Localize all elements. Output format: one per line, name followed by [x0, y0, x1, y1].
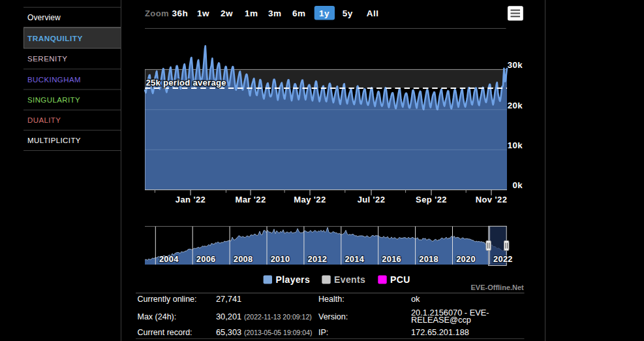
svg-text:2018: 2018	[419, 254, 438, 264]
svg-text:2004: 2004	[159, 254, 179, 264]
svg-text:Version:: Version:	[318, 312, 348, 321]
svg-text:25k period average: 25k period average	[146, 78, 226, 88]
svg-text:Overview: Overview	[27, 13, 61, 22]
svg-text:172.65.201.188: 172.65.201.188	[411, 327, 469, 337]
svg-text:PCU: PCU	[390, 274, 410, 285]
svg-text:Jan '22: Jan '22	[176, 195, 206, 204]
svg-text:10k: 10k	[508, 140, 523, 150]
svg-text:SINGULARITY: SINGULARITY	[27, 96, 80, 104]
svg-text:2008: 2008	[234, 254, 253, 264]
svg-text:Health:: Health:	[318, 295, 345, 304]
svg-text:5y: 5y	[343, 8, 353, 18]
svg-text:1m: 1m	[245, 8, 258, 18]
svg-text:Max (24h):: Max (24h):	[138, 312, 177, 321]
svg-text:1y: 1y	[319, 8, 330, 18]
svg-text:20k: 20k	[508, 101, 523, 110]
svg-text:2020: 2020	[456, 254, 476, 264]
svg-text:2006: 2006	[196, 254, 216, 264]
svg-text:DUALITY: DUALITY	[27, 116, 61, 124]
svg-text:30k: 30k	[508, 60, 523, 70]
svg-text:6m: 6m	[292, 8, 306, 18]
svg-text:2016: 2016	[382, 254, 401, 264]
svg-text:2010: 2010	[271, 254, 290, 264]
svg-text:Mar '22: Mar '22	[235, 195, 266, 204]
svg-text:Sep '22: Sep '22	[416, 195, 447, 204]
svg-text:Events: Events	[334, 274, 365, 285]
svg-text:2022: 2022	[493, 254, 513, 264]
svg-text:1w: 1w	[197, 8, 209, 18]
svg-text:Jul '22: Jul '22	[358, 195, 386, 204]
svg-text:2014: 2014	[345, 254, 364, 264]
svg-text:0k: 0k	[513, 180, 523, 190]
svg-text:27,741: 27,741	[216, 294, 241, 304]
svg-text:Players: Players	[276, 274, 311, 285]
svg-text:May '22: May '22	[294, 195, 326, 204]
svg-text:(2022-11-13 20:09:12): (2022-11-13 20:09:12)	[244, 313, 312, 321]
svg-text:SERENITY: SERENITY	[27, 55, 68, 63]
svg-text:(2013-05-05 19:09:04): (2013-05-05 19:09:04)	[244, 329, 313, 336]
svg-text:EVE-Offline.Net: EVE-Offline.Net	[471, 284, 525, 291]
svg-text:Nov '22: Nov '22	[476, 195, 508, 204]
svg-text:2012: 2012	[308, 254, 328, 264]
svg-text:Zoom: Zoom	[145, 8, 169, 18]
svg-text:RELEASE@ccp: RELEASE@ccp	[411, 315, 471, 325]
svg-text:All: All	[367, 8, 379, 18]
svg-text:65,303: 65,303	[216, 327, 241, 337]
svg-text:ok: ok	[411, 294, 420, 304]
svg-text:2w: 2w	[221, 8, 233, 18]
svg-text:Current record:: Current record:	[138, 328, 192, 337]
svg-text:TRANQUILITY: TRANQUILITY	[27, 34, 83, 43]
svg-text:30,201: 30,201	[216, 312, 241, 321]
svg-text:3m: 3m	[268, 8, 282, 18]
svg-text:BUCKINGHAM: BUCKINGHAM	[27, 76, 81, 84]
svg-text:Currently online:: Currently online:	[138, 295, 197, 304]
svg-text:36h: 36h	[172, 8, 188, 18]
svg-text:MULTIPLICITY: MULTIPLICITY	[27, 137, 81, 144]
svg-text:IP:: IP:	[318, 328, 328, 337]
